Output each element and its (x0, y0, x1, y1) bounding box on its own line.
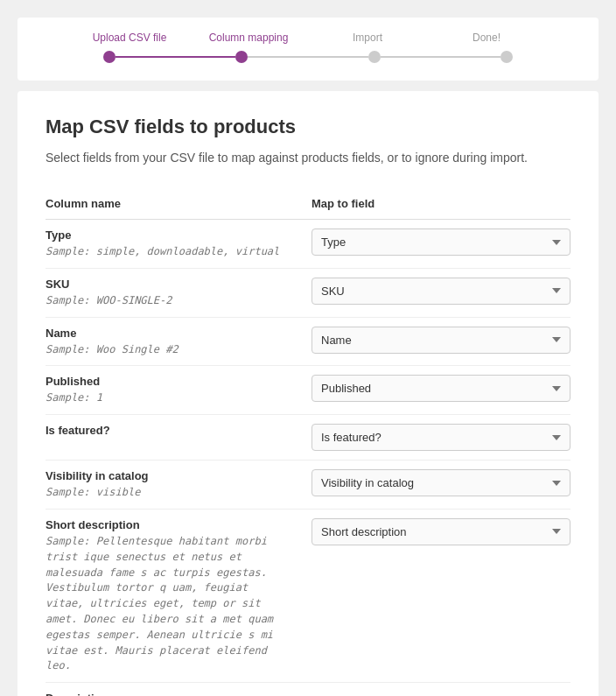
field-select[interactable]: — Skip this field —TypeSKUNamePublishedI… (312, 518, 570, 545)
table-row: NameSample: Woo Single #2— Skip this fie… (46, 317, 570, 366)
field-select[interactable]: — Skip this field —TypeSKUNamePublishedI… (312, 424, 570, 451)
table-row: TypeSample: simple, downloadable, virtua… (46, 220, 570, 269)
mapping-table: Column name Map to field TypeSample: sim… (46, 188, 570, 696)
column-name: SKU (46, 278, 284, 291)
column-name: Type (46, 228, 284, 242)
col1-header: Column name (46, 188, 298, 220)
column-name-cell: Visibility in catalogSample: visible (46, 460, 298, 510)
field-select[interactable]: — Skip this field —TypeSKUNamePublishedI… (312, 228, 570, 256)
step-3-dot (368, 51, 381, 63)
step-2: Column mapping (189, 32, 308, 51)
step-2-label: Column mapping (209, 32, 289, 44)
select-wrapper: — Skip this field —TypeSKUNamePublishedI… (312, 228, 570, 256)
connector-3 (381, 56, 500, 58)
field-map-cell: — Skip this field —TypeSKUNamePublishedI… (298, 509, 570, 682)
page-description: Select fields from your CSV file to map … (46, 149, 570, 167)
field-map-cell: — Skip this field —TypeSKUNamePublishedI… (298, 415, 570, 460)
step-1: Upload CSV file (70, 32, 189, 51)
column-name-cell: Is featured? (46, 415, 298, 460)
field-map-cell: — Skip this field —TypeSKUNamePublishedI… (298, 460, 570, 510)
field-select[interactable]: — Skip this field —TypeSKUNamePublishedI… (312, 375, 570, 402)
column-name: Description (46, 692, 284, 696)
column-name-cell: NameSample: Woo Single #2 (46, 317, 298, 366)
field-select[interactable]: — Skip this field —TypeSKUNamePublishedI… (312, 469, 570, 496)
column-name-cell: TypeSample: simple, downloadable, virtua… (46, 220, 298, 269)
step-4-label: Done! (472, 32, 500, 44)
field-select[interactable]: — Skip this field —TypeSKUNamePublishedI… (312, 278, 570, 305)
sample-value: Sample: Pellentesque habitant morbi tris… (46, 535, 273, 671)
column-name: Visibility in catalog (46, 469, 284, 482)
step-1-dot (103, 51, 116, 63)
table-row: SKUSample: WOO-SINGLE-2— Skip this field… (46, 268, 570, 317)
step-2-dot (235, 51, 248, 63)
field-select[interactable]: — Skip this field —TypeSKUNamePublishedI… (312, 327, 570, 354)
select-wrapper: — Skip this field —TypeSKUNamePublishedI… (312, 518, 570, 545)
column-name: Published (46, 375, 284, 388)
sample-value: Sample: visible (46, 486, 140, 498)
table-row: Is featured?— Skip this field —TypeSKUNa… (46, 415, 570, 460)
step-3: Import (308, 32, 427, 51)
select-wrapper: — Skip this field —TypeSKUNamePublishedI… (312, 327, 570, 354)
page-title: Map CSV fields to products (46, 116, 570, 138)
column-name: Name (46, 327, 284, 340)
table-row: Description (46, 683, 570, 696)
column-name-cell: PublishedSample: 1 (46, 366, 298, 415)
table-row: Short descriptionSample: Pellentesque ha… (46, 509, 570, 682)
step-4: Done! (427, 32, 546, 51)
sample-value: Sample: Woo Single #2 (46, 343, 178, 355)
field-map-cell (298, 683, 570, 696)
col2-header: Map to field (298, 188, 570, 220)
step-4-dot (500, 51, 513, 63)
stepper: Upload CSV file Column mapping Import Do… (18, 18, 598, 81)
column-name-cell: Description (46, 683, 298, 696)
field-map-cell: — Skip this field —TypeSKUNamePublishedI… (298, 366, 570, 415)
select-wrapper: — Skip this field —TypeSKUNamePublishedI… (312, 469, 570, 496)
sample-value: Sample: simple, downloadable, virtual (46, 245, 279, 257)
step-3-label: Import (353, 32, 382, 44)
table-row: PublishedSample: 1— Skip this field —Typ… (46, 366, 570, 415)
select-wrapper: — Skip this field —TypeSKUNamePublishedI… (312, 278, 570, 305)
column-name-cell: SKUSample: WOO-SINGLE-2 (46, 268, 298, 317)
field-map-cell: — Skip this field —TypeSKUNamePublishedI… (298, 220, 570, 269)
column-name-cell: Short descriptionSample: Pellentesque ha… (46, 509, 298, 682)
column-name: Short description (46, 518, 284, 531)
select-wrapper: — Skip this field —TypeSKUNamePublishedI… (312, 375, 570, 402)
step-1-label: Upload CSV file (93, 32, 167, 44)
select-wrapper: — Skip this field —TypeSKUNamePublishedI… (312, 424, 570, 451)
field-map-cell: — Skip this field —TypeSKUNamePublishedI… (298, 268, 570, 317)
column-name: Is featured? (46, 424, 284, 437)
connector-1 (116, 56, 235, 58)
sample-value: Sample: 1 (46, 391, 102, 404)
connector-2 (248, 56, 368, 58)
steps-row: Upload CSV file Column mapping Import Do… (70, 32, 546, 51)
main-card: Map CSV fields to products Select fields… (18, 91, 598, 696)
table-row: Visibility in catalogSample: visible— Sk… (46, 460, 570, 510)
sample-value: Sample: WOO-SINGLE-2 (46, 294, 172, 306)
field-map-cell: — Skip this field —TypeSKUNamePublishedI… (298, 317, 570, 366)
